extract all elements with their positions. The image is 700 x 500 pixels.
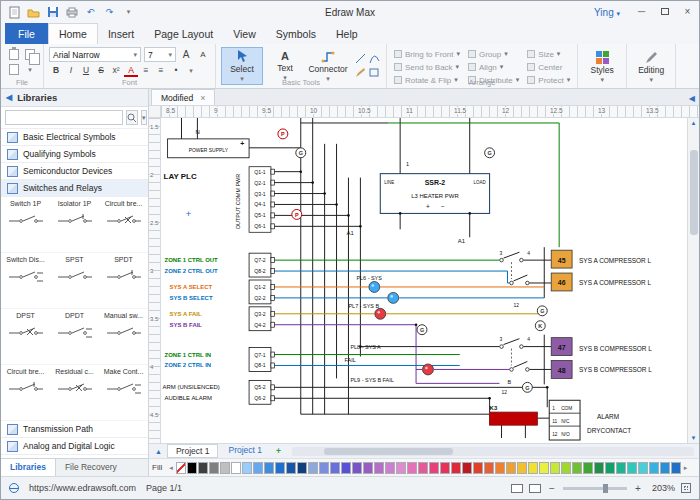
italic-icon[interactable]: I xyxy=(64,64,78,77)
library-symbol-circuit-bre-9[interactable]: Circuit bre... xyxy=(1,365,50,421)
library-group-basic-electrical-symbols[interactable]: Basic Electrical Symbols xyxy=(1,129,148,146)
color-swatch[interactable] xyxy=(528,462,538,474)
palette-left-icon[interactable]: ◂ xyxy=(167,464,175,472)
color-swatch[interactable] xyxy=(583,462,593,474)
underline-icon[interactable]: U xyxy=(79,64,93,77)
color-swatch[interactable] xyxy=(627,462,637,474)
zoom-out-icon[interactable]: − xyxy=(547,483,557,494)
color-swatch[interactable] xyxy=(473,462,483,474)
color-swatch[interactable] xyxy=(308,462,318,474)
bullet-list-icon[interactable]: • xyxy=(169,64,183,77)
color-swatch[interactable] xyxy=(231,462,241,474)
color-swatch[interactable] xyxy=(539,462,549,474)
sheet-tab-project-1-1[interactable]: Project 1 xyxy=(220,444,270,458)
new-file-icon[interactable] xyxy=(7,5,22,20)
color-swatch[interactable] xyxy=(341,462,351,474)
font-name-select[interactable]: Arial Narrow▾ xyxy=(49,47,141,62)
close-tab-icon[interactable]: × xyxy=(200,93,205,103)
shrink-font-icon[interactable]: A xyxy=(196,48,210,61)
ribbon-tab-symbols[interactable]: Symbols xyxy=(266,23,326,44)
undo-icon[interactable]: ↶ xyxy=(83,5,98,20)
library-symbol-residual-c-10[interactable]: Residual c... xyxy=(50,365,99,421)
zoom-in-icon[interactable]: + xyxy=(633,483,643,494)
align-center-icon[interactable]: ≡ xyxy=(154,64,168,77)
library-search-input[interactable] xyxy=(5,110,123,125)
color-swatch[interactable] xyxy=(176,462,186,474)
library-group-qualifying-symbols[interactable]: Qualifying Symbols xyxy=(1,146,148,163)
user-account[interactable]: Ying ▾ xyxy=(594,7,620,18)
collapse-panel-icon[interactable]: ◀ xyxy=(6,93,12,102)
library-group-semiconductor-devices[interactable]: Semiconductor Devices xyxy=(1,163,148,180)
bring-to-front-button[interactable]: Bring to Front▾ xyxy=(392,48,462,60)
font-size-select[interactable]: 7▾ xyxy=(144,47,176,62)
color-swatch[interactable] xyxy=(561,462,571,474)
copy-icon[interactable] xyxy=(25,49,35,60)
color-swatch[interactable] xyxy=(352,462,362,474)
redo-icon[interactable]: ↷ xyxy=(102,5,117,20)
library-symbol-make-cont-11[interactable]: Make Cont... xyxy=(99,365,148,421)
library-group-analog-and-digital-logic[interactable]: Analog and Digital Logic xyxy=(1,438,148,455)
palette-right-icon[interactable]: ▸ xyxy=(682,464,690,472)
bold-icon[interactable]: B xyxy=(49,64,63,77)
color-swatch[interactable] xyxy=(253,462,263,474)
color-swatch[interactable] xyxy=(297,462,307,474)
qat-dropdown-icon[interactable]: ▾ xyxy=(121,5,136,20)
ribbon-tab-help[interactable]: Help xyxy=(326,23,368,44)
color-swatch[interactable] xyxy=(374,462,384,474)
add-sheet-button[interactable]: + xyxy=(272,446,285,456)
library-group-transmission-path[interactable]: Transmission Path xyxy=(1,421,148,438)
horizontal-scroll-thumb[interactable] xyxy=(324,448,453,455)
split-view-icon[interactable] xyxy=(529,484,541,493)
styles-button[interactable]: Styles▾ xyxy=(583,47,621,88)
vertical-scroll-thumb[interactable] xyxy=(690,150,698,235)
normal-view-icon[interactable] xyxy=(511,484,523,493)
collapse-sheetbar-icon[interactable]: ▲ xyxy=(152,448,165,455)
color-swatch[interactable] xyxy=(451,462,461,474)
color-swatch[interactable] xyxy=(330,462,340,474)
color-swatch[interactable] xyxy=(671,462,681,474)
fit-page-icon[interactable] xyxy=(681,483,691,493)
color-swatch[interactable] xyxy=(506,462,516,474)
size-button[interactable]: Size▾ xyxy=(525,48,572,60)
format-painter-icon[interactable] xyxy=(9,64,19,75)
library-symbol-spdt-5[interactable]: SPDT xyxy=(99,253,148,309)
library-symbol-isolator-1p-1[interactable]: Isolator 1P xyxy=(50,197,99,253)
panel-tab-file-recovery[interactable]: File Recovery xyxy=(56,459,126,476)
color-swatch[interactable] xyxy=(605,462,615,474)
font-color-icon[interactable]: A xyxy=(124,65,138,77)
horizontal-scrollbar[interactable] xyxy=(292,447,694,456)
ribbon-tab-insert[interactable]: Insert xyxy=(98,23,144,44)
color-swatch[interactable] xyxy=(319,462,329,474)
color-swatch[interactable] xyxy=(440,462,450,474)
line-tool-icon[interactable] xyxy=(355,53,366,66)
color-swatch[interactable] xyxy=(660,462,670,474)
color-swatch[interactable] xyxy=(594,462,604,474)
color-swatch[interactable] xyxy=(550,462,560,474)
ribbon-tab-page-layout[interactable]: Page Layout xyxy=(144,23,223,44)
drawing-canvas[interactable]: NPOWER SUPPLY+LAY PLCOUTPUT COMM PWR1SSR… xyxy=(161,118,687,443)
close-button[interactable]: × xyxy=(676,1,699,23)
panel-tab-libraries[interactable]: Libraries xyxy=(1,459,56,476)
library-symbol-switch-1p-0[interactable]: Switch 1P xyxy=(1,197,50,253)
print-icon[interactable] xyxy=(64,5,79,20)
color-swatch[interactable] xyxy=(517,462,527,474)
file-tab[interactable]: File xyxy=(5,23,48,44)
color-swatch[interactable] xyxy=(572,462,582,474)
color-swatch[interactable] xyxy=(198,462,208,474)
minimize-button[interactable]: ─ xyxy=(630,1,653,23)
color-swatch[interactable] xyxy=(264,462,274,474)
color-swatch[interactable] xyxy=(429,462,439,474)
color-swatch[interactable] xyxy=(407,462,417,474)
library-symbol-spst-4[interactable]: SPST xyxy=(50,253,99,309)
strikethrough-icon[interactable]: S xyxy=(94,64,108,77)
library-symbol-switch-dis-3[interactable]: Switch Dis... xyxy=(1,253,50,309)
superscript-icon[interactable]: x² xyxy=(109,64,123,77)
scroll-down-icon[interactable]: ▼ xyxy=(691,433,697,443)
save-icon[interactable] xyxy=(45,5,60,20)
color-swatch[interactable] xyxy=(187,462,197,474)
maximize-button[interactable] xyxy=(653,1,676,23)
curve-tool-icon[interactable] xyxy=(369,53,380,66)
color-swatch[interactable] xyxy=(638,462,648,474)
ribbon-tab-home[interactable]: Home xyxy=(48,23,98,44)
send-to-back-button[interactable]: Send to Back▾ xyxy=(392,61,462,73)
